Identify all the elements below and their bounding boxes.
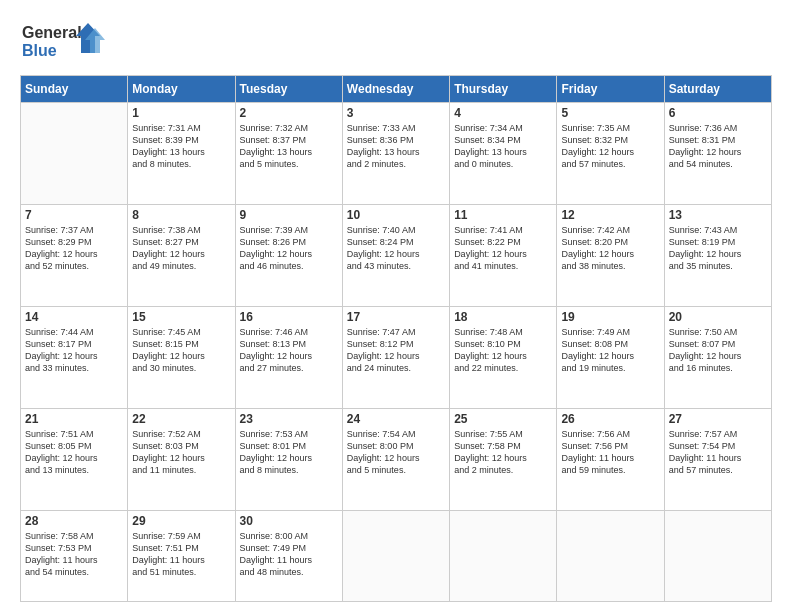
day-number: 4 (454, 106, 552, 120)
cell-content: Sunrise: 7:55 AM Sunset: 7:58 PM Dayligh… (454, 428, 552, 477)
day-number: 2 (240, 106, 338, 120)
day-number: 15 (132, 310, 230, 324)
calendar-cell: 28Sunrise: 7:58 AM Sunset: 7:53 PM Dayli… (21, 510, 128, 601)
cell-content: Sunrise: 7:41 AM Sunset: 8:22 PM Dayligh… (454, 224, 552, 273)
cell-content: Sunrise: 8:00 AM Sunset: 7:49 PM Dayligh… (240, 530, 338, 579)
calendar-cell: 24Sunrise: 7:54 AM Sunset: 8:00 PM Dayli… (342, 408, 449, 510)
cell-content: Sunrise: 7:50 AM Sunset: 8:07 PM Dayligh… (669, 326, 767, 375)
calendar-cell: 20Sunrise: 7:50 AM Sunset: 8:07 PM Dayli… (664, 306, 771, 408)
calendar-cell: 19Sunrise: 7:49 AM Sunset: 8:08 PM Dayli… (557, 306, 664, 408)
cell-content: Sunrise: 7:57 AM Sunset: 7:54 PM Dayligh… (669, 428, 767, 477)
week-row-4: 21Sunrise: 7:51 AM Sunset: 8:05 PM Dayli… (21, 408, 772, 510)
calendar-cell: 5Sunrise: 7:35 AM Sunset: 8:32 PM Daylig… (557, 103, 664, 205)
calendar-cell: 17Sunrise: 7:47 AM Sunset: 8:12 PM Dayli… (342, 306, 449, 408)
page-header: General Blue (20, 18, 772, 67)
day-number: 24 (347, 412, 445, 426)
day-number: 22 (132, 412, 230, 426)
day-number: 20 (669, 310, 767, 324)
week-row-5: 28Sunrise: 7:58 AM Sunset: 7:53 PM Dayli… (21, 510, 772, 601)
day-number: 27 (669, 412, 767, 426)
calendar-cell: 14Sunrise: 7:44 AM Sunset: 8:17 PM Dayli… (21, 306, 128, 408)
day-number: 11 (454, 208, 552, 222)
weekday-monday: Monday (128, 76, 235, 103)
day-number: 25 (454, 412, 552, 426)
cell-content: Sunrise: 7:33 AM Sunset: 8:36 PM Dayligh… (347, 122, 445, 171)
calendar-cell: 15Sunrise: 7:45 AM Sunset: 8:15 PM Dayli… (128, 306, 235, 408)
day-number: 16 (240, 310, 338, 324)
day-number: 14 (25, 310, 123, 324)
calendar-cell: 12Sunrise: 7:42 AM Sunset: 8:20 PM Dayli… (557, 204, 664, 306)
cell-content: Sunrise: 7:56 AM Sunset: 7:56 PM Dayligh… (561, 428, 659, 477)
weekday-sunday: Sunday (21, 76, 128, 103)
cell-content: Sunrise: 7:45 AM Sunset: 8:15 PM Dayligh… (132, 326, 230, 375)
calendar-cell: 9Sunrise: 7:39 AM Sunset: 8:26 PM Daylig… (235, 204, 342, 306)
cell-content: Sunrise: 7:59 AM Sunset: 7:51 PM Dayligh… (132, 530, 230, 579)
day-number: 7 (25, 208, 123, 222)
weekday-tuesday: Tuesday (235, 76, 342, 103)
cell-content: Sunrise: 7:48 AM Sunset: 8:10 PM Dayligh… (454, 326, 552, 375)
calendar-cell: 10Sunrise: 7:40 AM Sunset: 8:24 PM Dayli… (342, 204, 449, 306)
cell-content: Sunrise: 7:46 AM Sunset: 8:13 PM Dayligh… (240, 326, 338, 375)
cell-content: Sunrise: 7:31 AM Sunset: 8:39 PM Dayligh… (132, 122, 230, 171)
calendar-cell: 11Sunrise: 7:41 AM Sunset: 8:22 PM Dayli… (450, 204, 557, 306)
calendar-cell: 7Sunrise: 7:37 AM Sunset: 8:29 PM Daylig… (21, 204, 128, 306)
cell-content: Sunrise: 7:39 AM Sunset: 8:26 PM Dayligh… (240, 224, 338, 273)
day-number: 23 (240, 412, 338, 426)
logo-icon: General Blue (20, 18, 110, 63)
calendar-cell (21, 103, 128, 205)
logo: General Blue (20, 18, 110, 67)
calendar-cell: 29Sunrise: 7:59 AM Sunset: 7:51 PM Dayli… (128, 510, 235, 601)
cell-content: Sunrise: 7:32 AM Sunset: 8:37 PM Dayligh… (240, 122, 338, 171)
weekday-thursday: Thursday (450, 76, 557, 103)
calendar-cell: 13Sunrise: 7:43 AM Sunset: 8:19 PM Dayli… (664, 204, 771, 306)
calendar-cell: 2Sunrise: 7:32 AM Sunset: 8:37 PM Daylig… (235, 103, 342, 205)
calendar-cell: 6Sunrise: 7:36 AM Sunset: 8:31 PM Daylig… (664, 103, 771, 205)
calendar-cell: 18Sunrise: 7:48 AM Sunset: 8:10 PM Dayli… (450, 306, 557, 408)
day-number: 13 (669, 208, 767, 222)
calendar-cell: 25Sunrise: 7:55 AM Sunset: 7:58 PM Dayli… (450, 408, 557, 510)
calendar-cell: 27Sunrise: 7:57 AM Sunset: 7:54 PM Dayli… (664, 408, 771, 510)
weekday-friday: Friday (557, 76, 664, 103)
calendar-cell (342, 510, 449, 601)
day-number: 5 (561, 106, 659, 120)
day-number: 3 (347, 106, 445, 120)
cell-content: Sunrise: 7:58 AM Sunset: 7:53 PM Dayligh… (25, 530, 123, 579)
cell-content: Sunrise: 7:54 AM Sunset: 8:00 PM Dayligh… (347, 428, 445, 477)
calendar-cell: 8Sunrise: 7:38 AM Sunset: 8:27 PM Daylig… (128, 204, 235, 306)
cell-content: Sunrise: 7:35 AM Sunset: 8:32 PM Dayligh… (561, 122, 659, 171)
cell-content: Sunrise: 7:53 AM Sunset: 8:01 PM Dayligh… (240, 428, 338, 477)
day-number: 19 (561, 310, 659, 324)
calendar-cell: 26Sunrise: 7:56 AM Sunset: 7:56 PM Dayli… (557, 408, 664, 510)
day-number: 28 (25, 514, 123, 528)
cell-content: Sunrise: 7:38 AM Sunset: 8:27 PM Dayligh… (132, 224, 230, 273)
day-number: 9 (240, 208, 338, 222)
calendar-cell: 30Sunrise: 8:00 AM Sunset: 7:49 PM Dayli… (235, 510, 342, 601)
day-number: 12 (561, 208, 659, 222)
cell-content: Sunrise: 7:37 AM Sunset: 8:29 PM Dayligh… (25, 224, 123, 273)
cell-content: Sunrise: 7:34 AM Sunset: 8:34 PM Dayligh… (454, 122, 552, 171)
calendar-cell: 21Sunrise: 7:51 AM Sunset: 8:05 PM Dayli… (21, 408, 128, 510)
cell-content: Sunrise: 7:51 AM Sunset: 8:05 PM Dayligh… (25, 428, 123, 477)
calendar-cell: 16Sunrise: 7:46 AM Sunset: 8:13 PM Dayli… (235, 306, 342, 408)
weekday-wednesday: Wednesday (342, 76, 449, 103)
day-number: 17 (347, 310, 445, 324)
calendar-page: General Blue SundayMondayTuesdayWednesda… (0, 0, 792, 612)
day-number: 29 (132, 514, 230, 528)
cell-content: Sunrise: 7:36 AM Sunset: 8:31 PM Dayligh… (669, 122, 767, 171)
week-row-1: 1Sunrise: 7:31 AM Sunset: 8:39 PM Daylig… (21, 103, 772, 205)
day-number: 10 (347, 208, 445, 222)
day-number: 18 (454, 310, 552, 324)
calendar-cell: 4Sunrise: 7:34 AM Sunset: 8:34 PM Daylig… (450, 103, 557, 205)
cell-content: Sunrise: 7:52 AM Sunset: 8:03 PM Dayligh… (132, 428, 230, 477)
svg-text:General: General (22, 24, 82, 41)
week-row-2: 7Sunrise: 7:37 AM Sunset: 8:29 PM Daylig… (21, 204, 772, 306)
cell-content: Sunrise: 7:40 AM Sunset: 8:24 PM Dayligh… (347, 224, 445, 273)
day-number: 26 (561, 412, 659, 426)
calendar-cell: 1Sunrise: 7:31 AM Sunset: 8:39 PM Daylig… (128, 103, 235, 205)
calendar-table: SundayMondayTuesdayWednesdayThursdayFrid… (20, 75, 772, 602)
cell-content: Sunrise: 7:47 AM Sunset: 8:12 PM Dayligh… (347, 326, 445, 375)
cell-content: Sunrise: 7:44 AM Sunset: 8:17 PM Dayligh… (25, 326, 123, 375)
svg-text:Blue: Blue (22, 42, 57, 59)
calendar-cell: 3Sunrise: 7:33 AM Sunset: 8:36 PM Daylig… (342, 103, 449, 205)
cell-content: Sunrise: 7:43 AM Sunset: 8:19 PM Dayligh… (669, 224, 767, 273)
